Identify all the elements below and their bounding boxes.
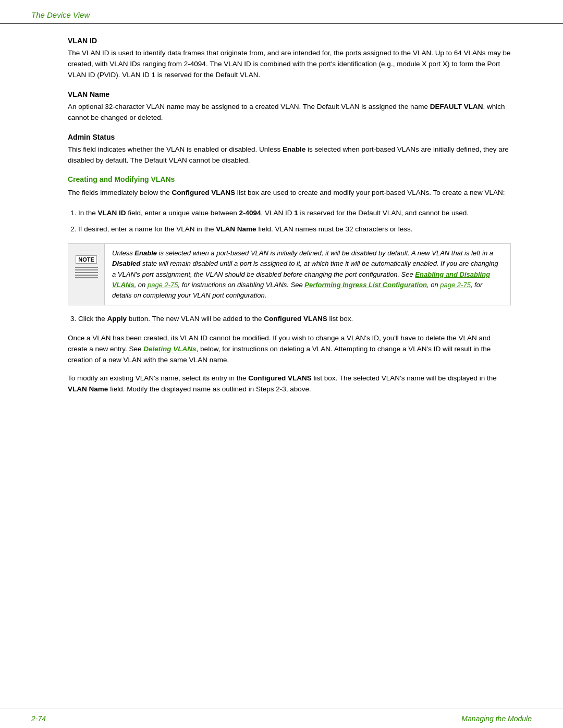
header-title: The Device View [31, 10, 90, 19]
link-page-75b[interactable]: page 2-75 [440, 281, 471, 289]
section-admin-status: Admin Status This field indicates whethe… [68, 133, 511, 166]
page-header: The Device View [0, 0, 563, 24]
admin-status-pre: This field indicates whether the VLAN is… [68, 145, 283, 153]
note-lines [75, 267, 98, 278]
link-page-75a[interactable]: page 2-75 [148, 281, 178, 289]
para2-pre: To modify an existing VLAN's name, selec… [68, 374, 248, 382]
note-label-col: ∙∙∙∙∙∙∙ NOTE [68, 244, 105, 305]
para2-bold1: Configured VLANS [248, 374, 312, 382]
vlan-id-body: The VLAN ID is used to identify data fra… [68, 48, 511, 81]
paragraph-2: To modify an existing VLAN's name, selec… [68, 373, 511, 395]
section-vlan-id: VLAN ID The VLAN ID is used to identify … [68, 36, 511, 81]
note-line-3 [75, 272, 98, 273]
vlan-id-heading: VLAN ID [68, 36, 511, 45]
link-deleting-vlans[interactable]: Deleting VLANs [143, 345, 196, 353]
li3-post: list box. [327, 315, 353, 323]
list-item-3: Click the Apply button. The new VLAN wil… [78, 314, 511, 325]
para2-post: field. Modify the displayed name as outl… [108, 385, 311, 393]
li1-bold2: 2 [239, 209, 243, 217]
note-box: ∙∙∙∙∙∙∙ NOTE Unless Enable is selected w… [68, 243, 511, 305]
note-disabled-bold: Disabled [112, 260, 140, 267]
note-label-text: NOTE [76, 255, 97, 264]
li1-bold4: 1 [294, 209, 298, 217]
section-creating-modifying: Creating and Modifying VLANs The fields … [68, 175, 511, 199]
note-line-1 [75, 267, 98, 268]
note-text: Unless Enable is selected when a port-ba… [112, 249, 498, 299]
li3-mid: button. The new VLAN will be added to th… [127, 315, 264, 323]
li1-mid1: field, enter a unique value between [126, 209, 239, 217]
vlan-name-bold: DEFAULT VLAN [430, 103, 483, 110]
li1-post: is reserved for the Default VLAN, and ca… [298, 209, 469, 217]
li3-pre: Click the [78, 315, 107, 323]
intro-bold: Configured VLANS [172, 189, 236, 196]
page-container: The Device View VLAN ID The VLAN ID is u… [0, 0, 563, 728]
note-dots: ∙∙∙∙∙∙∙ [80, 248, 93, 253]
numbered-list: In the VLAN ID field, enter a unique val… [78, 208, 511, 235]
note-line-5 [75, 277, 98, 278]
page-footer: 2-74 Managing the Module [0, 709, 563, 728]
li1-bold1: VLAN ID [98, 209, 126, 217]
list-item-1: In the VLAN ID field, enter a unique val… [78, 208, 511, 219]
numbered-list-3: Click the Apply button. The new VLAN wil… [78, 314, 511, 325]
li1-bold3: 4094 [245, 209, 261, 217]
creating-modifying-intro: The fields immediately below the Configu… [68, 188, 511, 199]
para2-bold2: VLAN Name [68, 385, 108, 393]
li3-bold2: Configured VLANS [264, 315, 327, 323]
creating-modifying-heading: Creating and Modifying VLANs [68, 175, 511, 183]
vlan-name-text-pre: An optional 32-character VLAN name may b… [68, 103, 430, 110]
note-line-4 [75, 275, 98, 276]
vlan-id-text: The VLAN ID is used to identify data fra… [68, 49, 510, 79]
intro-pre: The fields immediately below the [68, 189, 172, 196]
li1-pre: In the [78, 209, 98, 217]
footer-section-title: Managing the Module [461, 714, 532, 723]
paragraph-1: Once a VLAN has been created, its VLAN I… [68, 333, 511, 366]
list-item-2: If desired, enter a name for the VLAN in… [78, 224, 511, 235]
link-ingress-list[interactable]: Performing Ingress List Configuration [304, 281, 427, 289]
admin-status-body: This field indicates whether the VLAN is… [68, 144, 511, 166]
li2-post: field. VLAN names must be 32 characters … [256, 225, 412, 233]
li1-mid2: . VLAN ID [261, 209, 295, 217]
footer-page-number: 2-74 [31, 714, 46, 723]
content-area: VLAN ID The VLAN ID is used to identify … [0, 36, 563, 394]
admin-status-heading: Admin Status [68, 133, 511, 141]
admin-status-bold: Enable [283, 145, 305, 153]
li2-bold1: VLAN Name [216, 225, 256, 233]
li3-bold1: Apply [107, 315, 127, 323]
note-enable-bold: Enable [134, 249, 157, 257]
intro-post: list box are used to create and modify y… [235, 189, 505, 196]
vlan-name-body: An optional 32-character VLAN name may b… [68, 102, 511, 124]
para2-mid: list box. The selected VLAN's name will … [312, 374, 497, 382]
note-line-2 [75, 269, 98, 270]
vlan-name-heading: VLAN Name [68, 90, 511, 98]
section-vlan-name: VLAN Name An optional 32-character VLAN … [68, 90, 511, 124]
li2-pre: If desired, enter a name for the VLAN in… [78, 225, 216, 233]
note-content: Unless Enable is selected when a port-ba… [105, 244, 510, 305]
